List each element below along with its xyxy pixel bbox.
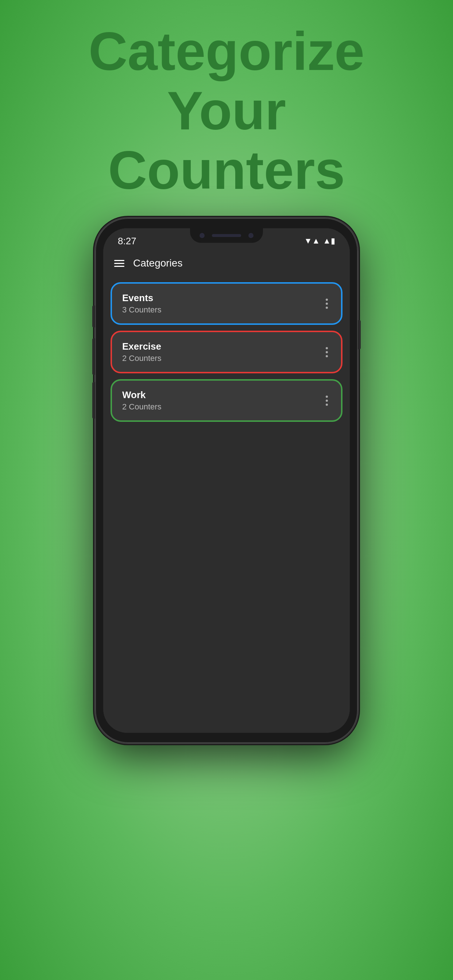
mute-button	[92, 305, 95, 328]
power-button	[358, 320, 361, 349]
events-name: Events	[122, 293, 161, 304]
exercise-info: Exercise 2 Counters	[122, 341, 161, 363]
status-icons: ▼▲ ▲▮	[304, 236, 335, 246]
exercise-count: 2 Counters	[122, 354, 161, 363]
events-count: 3 Counters	[122, 305, 161, 315]
events-more-button[interactable]	[323, 296, 331, 312]
events-info: Events 3 Counters	[122, 293, 161, 315]
exercise-more-button[interactable]	[323, 344, 331, 360]
menu-button[interactable]	[114, 260, 124, 267]
volume-down-button	[92, 382, 95, 418]
work-name: Work	[122, 390, 161, 401]
work-count: 2 Counters	[122, 402, 161, 412]
volume-up-button	[92, 338, 95, 375]
phone-mockup: 8:27 ▼▲ ▲▮ Categories	[95, 218, 358, 743]
headline-text: Categorize Your Counters	[89, 22, 365, 200]
headline: Categorize Your Counters	[89, 22, 365, 200]
category-work[interactable]: Work 2 Counters	[110, 379, 343, 422]
category-list: Events 3 Counters Exercise	[103, 276, 350, 428]
work-info: Work 2 Counters	[122, 390, 161, 412]
speaker-sensor	[212, 234, 241, 237]
exercise-name: Exercise	[122, 341, 161, 352]
phone-screen: 8:27 ▼▲ ▲▮ Categories	[103, 228, 350, 733]
category-events[interactable]: Events 3 Counters	[110, 282, 343, 325]
page-title: Categories	[133, 258, 182, 269]
front-camera-2	[248, 233, 254, 238]
category-exercise[interactable]: Exercise 2 Counters	[110, 331, 343, 373]
app-content: Categories Events 3 Counters	[103, 250, 350, 733]
wifi-icon: ▼▲	[304, 236, 320, 246]
work-more-button[interactable]	[323, 393, 331, 409]
top-bar: Categories	[103, 250, 350, 276]
phone-notch	[190, 228, 263, 243]
phone-shell: 8:27 ▼▲ ▲▮ Categories	[95, 218, 358, 743]
status-time: 8:27	[118, 235, 136, 247]
signal-icon: ▲▮	[323, 236, 335, 246]
front-camera	[199, 233, 205, 238]
